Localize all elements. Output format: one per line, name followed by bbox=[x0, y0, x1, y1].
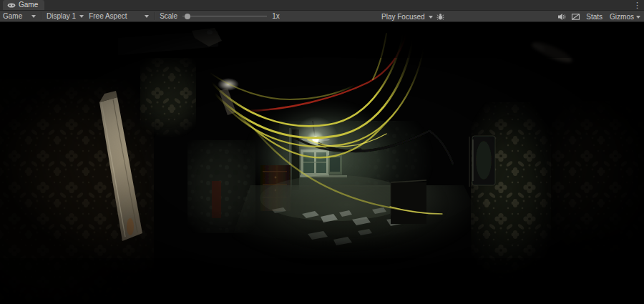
chevron-down-icon bbox=[145, 15, 149, 18]
toolbar-divider bbox=[41, 12, 42, 20]
scale-slider-thumb[interactable] bbox=[185, 14, 190, 19]
toolbar-right-group: Stats Gizmos bbox=[557, 11, 642, 22]
gizmos-dropdown[interactable]: Gizmos bbox=[608, 13, 642, 21]
slashed-frame-icon[interactable] bbox=[571, 13, 580, 21]
toolbar-play-group: Play Focused bbox=[381, 11, 444, 22]
display-target-dropdown[interactable]: Display 1 bbox=[47, 12, 84, 20]
toolbar-divider bbox=[154, 12, 155, 20]
mute-audio-icon[interactable] bbox=[557, 13, 567, 21]
chevron-down-icon bbox=[31, 15, 36, 18]
game-toolbar: Game Display 1 Free Aspect Scale 1x Pl bbox=[0, 11, 644, 22]
window-menu-icon[interactable]: ⋮ bbox=[633, 0, 641, 10]
stats-button[interactable]: Stats bbox=[585, 13, 604, 21]
bug-icon[interactable] bbox=[436, 13, 444, 21]
game-view-icon bbox=[7, 2, 16, 9]
play-focused-dropdown[interactable]: Play Focused bbox=[381, 13, 433, 21]
aspect-ratio-dropdown[interactable]: Free Aspect bbox=[89, 12, 149, 20]
scale-slider[interactable] bbox=[182, 13, 267, 20]
tab-game[interactable]: Game bbox=[3, 0, 44, 10]
unity-game-view-window: Game ⋮ Game Display 1 Free Aspect Scale bbox=[0, 0, 644, 304]
chevron-down-icon bbox=[429, 16, 433, 19]
scale-value: 1x bbox=[272, 12, 280, 20]
display-mode-dropdown[interactable]: Game bbox=[3, 12, 36, 20]
toolbar-left-group: Game Display 1 Free Aspect Scale 1x bbox=[3, 12, 280, 20]
tab-bar: Game ⋮ bbox=[0, 0, 644, 11]
scale-label: Scale bbox=[160, 12, 177, 20]
game-viewport[interactable] bbox=[0, 22, 644, 304]
vignette bbox=[0, 22, 644, 304]
game-scene bbox=[0, 22, 644, 304]
tab-label: Game bbox=[19, 1, 38, 9]
chevron-down-icon bbox=[636, 16, 640, 19]
chevron-down-icon bbox=[79, 15, 84, 18]
scale-slider-track[interactable] bbox=[182, 16, 267, 16]
